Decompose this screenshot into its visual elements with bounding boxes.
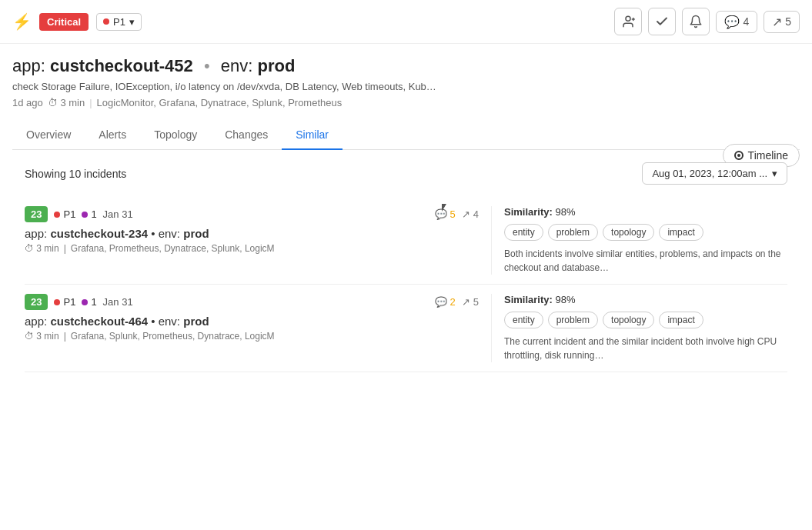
env-name: prod <box>257 56 295 75</box>
inc-meta-sep: | <box>64 331 66 342</box>
incident-num-row: 23 P1 1 Jan 31 💬 2 <box>25 294 479 310</box>
p1-red-dot <box>54 299 60 305</box>
incident-title-row: app: custcheckout-234 • env: prod <box>25 227 479 240</box>
similarity-description: Both incidents involve similar entities,… <box>504 247 787 275</box>
incident-chat-count: 💬 5 <box>435 208 456 220</box>
incident-share-count: ↗ 4 <box>462 208 479 220</box>
chat-icon: 💬 <box>724 15 740 29</box>
tab-topology[interactable]: Topology <box>140 121 211 150</box>
tag-problem: problem <box>548 224 598 241</box>
incident-description: check Storage Failure, IOException, i/o … <box>12 81 800 92</box>
tab-changes[interactable]: Changes <box>211 121 282 150</box>
add-user-button[interactable] <box>614 8 642 35</box>
similarity-pct: 98% <box>555 206 575 218</box>
incident-card: 23 P1 1 Jan 31 💬 5 <box>25 197 787 285</box>
similarity-description: The current incident and the similar inc… <box>504 335 787 362</box>
check-button[interactable] <box>648 8 676 35</box>
incident-date: Jan 31 <box>103 208 133 220</box>
inc-sources: Grafana, Splunk, Prometheus, Dynatrace, … <box>71 331 275 342</box>
date-dropdown-chevron-icon: ▾ <box>772 168 777 179</box>
incident-actions: 💬 2 ↗ 5 <box>435 296 479 308</box>
incident-actions: 💬 5 ↗ 4 <box>435 208 479 220</box>
purple-dot <box>82 212 88 218</box>
incident-card: 23 P1 1 Jan 31 💬 2 <box>25 285 787 372</box>
inc-app-prefix: app: <box>25 315 50 328</box>
share-num: 5 <box>473 296 479 308</box>
title-separator: • <box>204 56 210 75</box>
chat-count: 4 <box>743 15 749 28</box>
incident-right: Similarity: 98% entity problem topology … <box>491 206 787 275</box>
similar-content: Showing 10 incidents Aug 01, 2023, 12:00… <box>12 150 800 385</box>
incident-number-badge: 23 <box>25 294 48 310</box>
p1-text: P1 <box>63 208 75 220</box>
similarity-tags: entity problem topology impact <box>504 224 787 241</box>
inc-duration: ⏱ 3 min <box>25 243 59 254</box>
tab-overview[interactable]: Overview <box>12 121 85 150</box>
lightning-icon: ⚡ <box>12 12 32 31</box>
share-arrow-icon: ↗ <box>462 296 470 308</box>
incident-meta: 1d ago ⏱ 3 min | LogicMonitor, Grafana, … <box>12 97 800 108</box>
p1-dropdown[interactable]: P1 ▾ <box>96 13 142 31</box>
purple-dot <box>82 299 88 305</box>
inc-dot-sep: • <box>151 227 158 240</box>
sources: LogicMonitor, Grafana, Dynatrace, Splunk… <box>97 97 343 108</box>
p1-text: P1 <box>63 296 75 308</box>
date-filter-dropdown[interactable]: Aug 01, 2023, 12:00am ... ▾ <box>642 162 787 185</box>
incident-chat-count: 💬 2 <box>435 296 456 308</box>
top-bar: ⚡ Critical P1 ▾ 💬 4 ↗ 5 <box>0 0 812 44</box>
share-button[interactable]: ↗ 5 <box>764 11 800 33</box>
inc-env-prefix: env: <box>159 227 184 240</box>
tag-impact: impact <box>659 312 703 328</box>
chat-bubble-icon: 💬 <box>435 208 447 220</box>
bell-button[interactable] <box>682 8 710 35</box>
time-ago: 1d ago <box>12 97 43 108</box>
incident-date: Jan 31 <box>103 296 133 308</box>
top-bar-left: ⚡ Critical P1 ▾ <box>12 12 142 31</box>
incident-meta-row: ⏱ 3 min | Grafana, Splunk, Prometheus, D… <box>25 331 479 342</box>
critical-badge[interactable]: Critical <box>39 13 89 31</box>
inc-meta-sep: | <box>64 243 66 254</box>
tab-alerts[interactable]: Alerts <box>85 121 140 150</box>
chat-num: 5 <box>450 208 456 220</box>
tag-topology: topology <box>603 224 654 241</box>
main-content: app: custcheckout-452 • env: prod check … <box>0 44 812 385</box>
p1-red-dot <box>54 212 60 218</box>
incident-left: 23 P1 1 Jan 31 💬 2 <box>25 294 479 362</box>
svg-point-0 <box>626 16 630 21</box>
inc-app-name[interactable]: custcheckout-234 <box>50 227 148 240</box>
similarity-label: Similarity: 98% <box>504 206 787 218</box>
share-arrow-icon: ↗ <box>462 208 470 220</box>
chat-num: 2 <box>450 296 456 308</box>
incident-title: app: custcheckout-452 • env: prod <box>12 56 800 76</box>
tag-problem: problem <box>548 312 598 328</box>
inc-app-prefix: app: <box>25 227 50 240</box>
inc-dot-sep: • <box>151 315 158 328</box>
date-filter-value: Aug 01, 2023, 12:00am ... <box>652 168 767 179</box>
inc-app-name[interactable]: custcheckout-464 <box>50 315 148 328</box>
incident-number-badge: 23 <box>25 206 48 222</box>
tag-entity: entity <box>504 312 543 328</box>
tag-impact: impact <box>659 224 703 241</box>
inc-duration: ⏱ 3 min <box>25 331 59 342</box>
incident-left: 23 P1 1 Jan 31 💬 5 <box>25 206 479 275</box>
inc-sources: Grafana, Prometheus, Dynatrace, Splunk, … <box>71 243 275 254</box>
similarity-tags: entity problem topology impact <box>504 312 787 328</box>
similarity-label: Similarity: 98% <box>504 294 787 305</box>
app-name: custcheckout-452 <box>50 56 193 75</box>
tag-topology: topology <box>603 312 654 328</box>
chat-button[interactable]: 💬 4 <box>716 11 757 33</box>
incident-share-count: ↗ 5 <box>462 296 479 308</box>
p1-dot <box>103 18 109 25</box>
tab-similar[interactable]: Similar <box>282 121 343 150</box>
share-num: 4 <box>473 208 479 220</box>
env-prefix: env: <box>221 56 253 75</box>
share-icon: ↗ <box>772 15 782 29</box>
count-text: 1 <box>91 296 96 308</box>
tabs-bar: Overview Alerts Topology Changes Similar <box>12 121 800 150</box>
inc-env-name: prod <box>183 227 209 240</box>
inc-env-name: prod <box>183 315 209 328</box>
incident-num-row: 23 P1 1 Jan 31 💬 5 <box>25 206 479 222</box>
incident-title-row: app: custcheckout-464 • env: prod <box>25 315 479 328</box>
tag-entity: entity <box>504 224 543 241</box>
incident-count-badge: 1 <box>82 208 96 220</box>
